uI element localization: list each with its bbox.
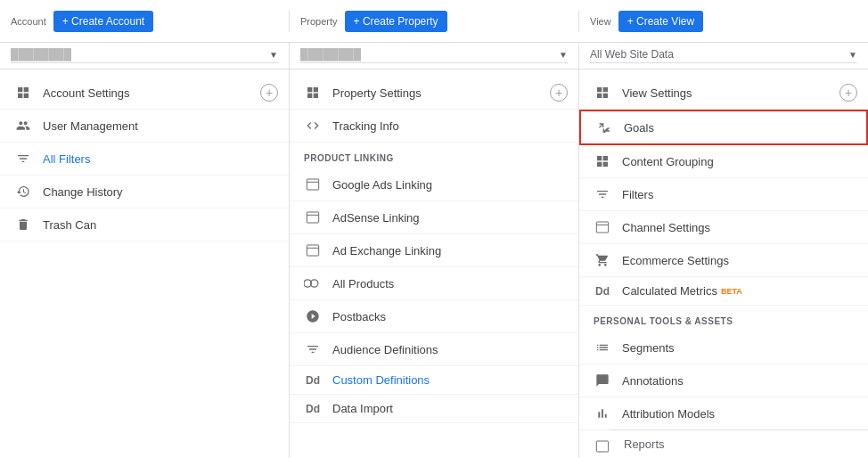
goals-label: Goals xyxy=(624,121,654,135)
property-section: Property + Create Property xyxy=(290,11,579,32)
create-account-button[interactable]: + Create Account xyxy=(53,11,153,32)
property-add-circle: + xyxy=(550,84,568,102)
create-view-button[interactable]: + Create View xyxy=(618,11,704,32)
annotations-icon xyxy=(594,372,611,389)
user-management-item[interactable]: User Management xyxy=(0,110,289,143)
add-circle-icon: + xyxy=(260,84,278,102)
annotations-label: Annotations xyxy=(622,374,684,388)
property-add-button[interactable]: + xyxy=(550,84,568,102)
data-import-item[interactable]: Dd Data Import xyxy=(290,395,578,423)
audience-definitions-item[interactable]: Audience Definitions xyxy=(290,333,578,366)
view-add-circle: + xyxy=(839,84,857,102)
all-filters-item[interactable]: All Filters xyxy=(0,143,289,176)
view-column: View Settings + Goals Content Grouping F… xyxy=(579,70,868,458)
attribution-models-item[interactable]: Attribution Models xyxy=(579,397,868,430)
account-selector[interactable]: ████████ ▼ xyxy=(11,48,278,63)
tracking-info-item[interactable]: Tracking Info xyxy=(290,110,578,143)
create-property-button[interactable]: + Create Property xyxy=(345,11,447,32)
view-section: View + Create View xyxy=(579,11,868,32)
svg-rect-8 xyxy=(307,245,318,256)
account-settings-icon xyxy=(14,84,32,102)
property-column: Property Settings + Tracking Info PRODUC… xyxy=(290,70,579,458)
custom-definitions-item[interactable]: Dd Custom Definitions xyxy=(290,366,578,395)
audience-definitions-label: Audience Definitions xyxy=(332,343,438,356)
user-management-label: User Management xyxy=(43,119,138,133)
all-products-label: All Products xyxy=(332,277,394,290)
personal-tools-header: PERSONAL TOOLS & ASSETS xyxy=(579,306,868,331)
change-history-icon xyxy=(14,183,32,200)
goals-item[interactable]: Goals xyxy=(579,110,868,145)
calculated-metrics-item[interactable]: Dd Calculated Metrics BETA xyxy=(579,277,868,306)
ecommerce-settings-icon xyxy=(594,251,611,269)
content-grouping-label: Content Grouping xyxy=(622,155,714,168)
user-management-icon xyxy=(14,117,32,135)
tracking-info-icon xyxy=(304,117,322,135)
account-section: Account + Create Account xyxy=(0,11,290,32)
google-ads-item[interactable]: Google Ads Linking xyxy=(290,168,578,201)
reports-text: Reports xyxy=(624,438,665,451)
view-settings-item[interactable]: View Settings + xyxy=(579,77,868,110)
ecommerce-settings-label: Ecommerce Settings xyxy=(622,254,729,267)
content-grouping-item[interactable]: Content Grouping xyxy=(579,145,868,178)
google-ads-label: Google Ads Linking xyxy=(332,178,432,192)
view-dropdown-arrow[interactable]: ▼ xyxy=(848,50,857,60)
property-selector[interactable]: ████████ ▼ xyxy=(300,48,568,63)
account-add-button[interactable]: + xyxy=(260,84,278,102)
all-filters-label: All Filters xyxy=(43,152,90,166)
property-settings-label: Property Settings xyxy=(332,86,422,100)
segments-item[interactable]: Segments xyxy=(579,331,868,364)
all-products-icon xyxy=(304,274,322,292)
postbacks-label: Postbacks xyxy=(332,310,386,323)
annotations-item[interactable]: Annotations xyxy=(579,364,868,397)
svg-rect-3 xyxy=(314,94,318,98)
ecommerce-settings-item[interactable]: Ecommerce Settings xyxy=(579,244,868,277)
view-add-button[interactable]: + xyxy=(839,84,857,102)
top-bar: Account + Create Account Property + Crea… xyxy=(0,0,868,43)
columns-container: Account Settings + User Management All F… xyxy=(0,70,868,458)
account-settings-label: Account Settings xyxy=(43,86,130,100)
channel-settings-item[interactable]: Channel Settings xyxy=(579,211,868,244)
adsense-item[interactable]: AdSense Linking xyxy=(290,201,578,234)
property-settings-icon xyxy=(304,84,322,102)
view-filters-item[interactable]: Filters xyxy=(579,178,868,211)
custom-channel-grouping-icon xyxy=(594,438,611,455)
change-history-item[interactable]: Change History xyxy=(0,176,289,209)
adsense-label: AdSense Linking xyxy=(332,211,420,225)
channel-settings-icon xyxy=(594,218,611,236)
change-history-label: Change History xyxy=(43,185,123,199)
google-ads-icon xyxy=(304,176,322,193)
postbacks-item[interactable]: Postbacks xyxy=(290,300,578,333)
adsense-icon xyxy=(304,209,322,226)
segments-label: Segments xyxy=(622,341,675,355)
property-dropdown-arrow[interactable]: ▼ xyxy=(559,50,568,60)
trash-can-icon xyxy=(14,216,32,233)
account-name: ████████ xyxy=(11,48,266,61)
svg-rect-14 xyxy=(596,441,608,452)
account-settings-item[interactable]: Account Settings + xyxy=(0,77,289,110)
ad-exchange-item[interactable]: Ad Exchange Linking xyxy=(290,234,578,267)
trash-can-item[interactable]: Trash Can xyxy=(0,209,289,241)
property-settings-item[interactable]: Property Settings + xyxy=(290,77,578,110)
view-settings-icon xyxy=(594,84,611,102)
view-selector-wrap: All Web Site Data ▼ xyxy=(579,43,868,69)
property-label: Property xyxy=(300,16,338,27)
data-import-icon: Dd xyxy=(304,403,322,415)
svg-rect-1 xyxy=(314,87,318,92)
selector-row: ████████ ▼ ████████ ▼ All Web Site Data … xyxy=(0,43,868,70)
view-filters-label: Filters xyxy=(622,188,653,201)
attribution-models-label: Attribution Models xyxy=(622,407,715,421)
trash-can-label: Trash Can xyxy=(43,218,96,232)
account-dropdown-arrow[interactable]: ▼ xyxy=(269,50,278,60)
data-import-label: Data Import xyxy=(332,402,393,415)
custom-definitions-label: Custom Definitions xyxy=(332,373,430,387)
calculated-metrics-beta: BETA xyxy=(721,287,742,296)
all-products-item[interactable]: All Products xyxy=(290,267,578,300)
postbacks-icon xyxy=(304,307,322,325)
tracking-info-label: Tracking Info xyxy=(332,119,399,133)
reports-footer: Reports xyxy=(610,429,868,458)
channel-settings-label: Channel Settings xyxy=(622,221,710,234)
ad-exchange-label: Ad Exchange Linking xyxy=(332,244,441,258)
svg-rect-2 xyxy=(307,94,312,98)
svg-rect-6 xyxy=(307,212,318,223)
view-selector[interactable]: All Web Site Data ▼ xyxy=(590,48,857,63)
